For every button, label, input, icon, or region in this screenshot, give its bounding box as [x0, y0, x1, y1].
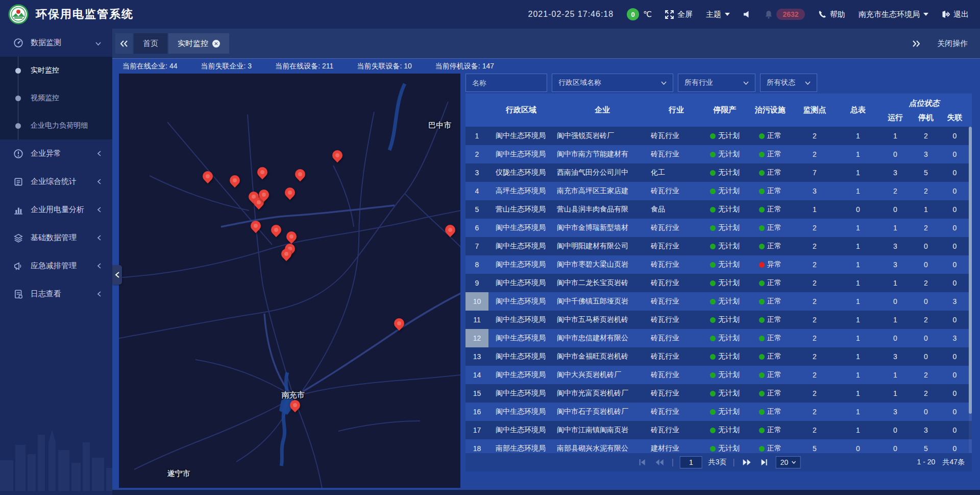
cell-run: 0	[879, 439, 911, 453]
map-panel[interactable]: 巴中市南充市遂宁市	[119, 74, 460, 488]
temperature-value: 0	[627, 8, 639, 20]
sidebar-group-6[interactable]: 日志查看	[0, 280, 112, 308]
cell-stopped: 2	[911, 366, 941, 384]
table-row[interactable]: 4高坪生态环境局南充市高坪区王家店建砖瓦行业无计划正常31220	[465, 182, 972, 200]
cell-points: 2	[793, 311, 837, 329]
table-row[interactable]: 12阆中生态环境局阆中市忠信建材有限公砖瓦行业无计划正常21003	[465, 329, 972, 347]
tabs-scroll-left-button[interactable]	[115, 33, 133, 54]
cell-stop-plan: 无计划	[702, 145, 748, 163]
row-index: 8	[465, 255, 488, 274]
cell-region: 阆中生态环境局	[488, 384, 554, 403]
cell-stopped: 1	[911, 200, 941, 219]
cell-meter: 1	[837, 274, 879, 292]
table-row[interactable]: 1阆中生态环境局阆中强锐页岩砖厂砖瓦行业无计划正常21120	[465, 127, 972, 145]
chevron-left-icon	[97, 205, 101, 214]
table-row[interactable]: 9阆中生态环境局阆中市二龙长宝页岩砖砖瓦行业无计划正常21120	[465, 274, 972, 292]
map-pin-icon[interactable]	[251, 221, 261, 231]
cell-industry: 砖瓦行业	[651, 237, 702, 255]
table-row[interactable]: 17阆中生态环境局阆中市江南镇阆南页岩砖瓦行业无计划正常21030	[465, 421, 972, 439]
record-range-label: 1 - 20	[917, 458, 936, 467]
map-pin-icon[interactable]	[281, 249, 291, 259]
first-page-button[interactable]	[637, 457, 648, 468]
prev-page-button[interactable]	[654, 457, 666, 468]
chevron-down-icon	[791, 461, 796, 464]
theme-dropdown[interactable]: 主题	[706, 10, 730, 19]
sidebar-item-实时监控[interactable]: 实时监控	[0, 57, 112, 84]
table-row[interactable]: 14阆中生态环境局阆中大兴页岩机砖厂砖瓦行业无计划正常21120	[465, 366, 972, 384]
map-pin-icon[interactable]	[394, 318, 404, 328]
table-row[interactable]: 3仪陇生态环境局西南油气田分公司川中化工无计划正常71350	[465, 163, 972, 182]
status-dot-green	[710, 188, 716, 194]
table-row[interactable]: 7阆中生态环境局阆中明阳建材有限公司砖瓦行业无计划正常21300	[465, 237, 972, 255]
sidebar-item-企业电力负荷明细[interactable]: 企业电力负荷明细	[0, 112, 112, 139]
sidebar-group-4[interactable]: 基础数据管理	[0, 224, 112, 252]
sidebar-group-0[interactable]: 数据监测	[0, 29, 112, 57]
cell-points: 2	[793, 329, 837, 347]
help-button[interactable]: 帮助	[818, 10, 845, 19]
next-page-button[interactable]	[741, 457, 752, 468]
tab-home[interactable]: 首页	[134, 33, 167, 54]
cell-stopped: 2	[911, 127, 941, 145]
table-row[interactable]: 10阆中生态环境局阆中千佛镇五郎垭页岩砖瓦行业无计划正常21003	[465, 292, 972, 311]
map-pin-icon[interactable]	[290, 400, 300, 410]
sidebar-item-视频监控[interactable]: 视频监控	[0, 84, 112, 112]
status-dot-green	[710, 391, 716, 396]
table-row[interactable]: 2阆中生态环境局阆中市南方节能建材有砖瓦行业无计划正常21030	[465, 145, 972, 163]
tabs-scroll-right-button[interactable]	[911, 38, 922, 49]
map-pin-icon[interactable]	[259, 190, 269, 200]
map-pin-icon[interactable]	[271, 225, 281, 235]
map-pin-icon[interactable]	[445, 225, 455, 235]
page-size-select[interactable]: 20	[776, 456, 801, 468]
table-row[interactable]: 6阆中生态环境局阆中市金博瑞新型墙材砖瓦行业无计划正常21120	[465, 219, 972, 237]
map-pin-icon[interactable]	[230, 175, 240, 185]
map-pin-icon[interactable]	[257, 167, 267, 177]
sidebar-group-2[interactable]: 企业综合统计	[0, 168, 112, 196]
sidebar-group-3[interactable]: 企业用电量分析	[0, 196, 112, 224]
industry-select[interactable]: 所有行业	[678, 74, 755, 92]
tab-close-icon[interactable]: ✕	[212, 40, 220, 48]
logout-button[interactable]: 退出	[942, 10, 969, 19]
cell-region: 阆中生态环境局	[488, 421, 554, 439]
fullscreen-button[interactable]: 全屏	[665, 10, 693, 19]
col-stop: 停限产	[702, 93, 748, 127]
cell-stop-plan: 无计划	[702, 384, 748, 403]
cell-region: 阆中生态环境局	[488, 145, 554, 163]
cell-stop-plan: 无计划	[702, 200, 748, 219]
row-index: 3	[465, 163, 488, 182]
sidebar-group-5[interactable]: 应急减排管理	[0, 252, 112, 280]
table-row[interactable]: 18南部生态环境局南部县砌兴水泥有限公建材行业无计划正常50050	[465, 439, 972, 453]
table-row[interactable]: 11阆中生态环境局阆中市五马桥页岩机砖砖瓦行业无计划正常21120	[465, 311, 972, 329]
alert-icon	[13, 149, 23, 159]
status-select[interactable]: 所有状态	[760, 74, 817, 92]
table-row[interactable]: 13阆中生态环境局阆中市金福旺页岩机砖砖瓦行业无计划正常21300	[465, 347, 972, 366]
sidebar-collapse-handle[interactable]	[112, 265, 122, 285]
table-scrollbar[interactable]	[969, 127, 972, 453]
tab-realtime-monitoring[interactable]: 实时监控 ✕	[168, 33, 229, 54]
chevron-down-icon	[743, 81, 749, 85]
speaker-toggle[interactable]	[743, 11, 751, 18]
notification-bell[interactable]: 2632	[765, 9, 805, 20]
cell-meter: 1	[837, 237, 879, 255]
cell-company: 阆中市石子页岩机砖厂	[554, 403, 651, 421]
table-row[interactable]: 5营山生态环境局营山县润丰肉食品有限食品无计划正常10010	[465, 200, 972, 219]
map-pin-icon[interactable]	[286, 231, 297, 242]
org-dropdown[interactable]: 南充市生态环境局	[859, 10, 928, 19]
map-pin-icon[interactable]	[285, 187, 295, 198]
last-page-button[interactable]	[758, 457, 770, 468]
sidebar-group-1[interactable]: 企业异常	[0, 139, 112, 168]
cell-stopped: 0	[911, 237, 941, 255]
map-pin-icon[interactable]	[203, 171, 213, 181]
page-number-input[interactable]	[680, 456, 702, 468]
table-row[interactable]: 16阆中生态环境局阆中市石子页岩机砖厂砖瓦行业无计划正常21300	[465, 403, 972, 421]
name-search-input[interactable]	[465, 74, 547, 92]
map-pin-icon[interactable]	[295, 169, 305, 179]
status-dot-green	[759, 446, 765, 452]
cell-industry: 化工	[651, 163, 702, 182]
table-row[interactable]: 15阆中生态环境局阆中市光富页岩机砖厂砖瓦行业无计划正常21120	[465, 384, 972, 403]
close-operations-button[interactable]: 关闭操作	[937, 39, 968, 49]
map-pin-icon[interactable]	[332, 150, 342, 160]
table-row[interactable]: 8阆中生态环境局阆中市枣碧大梁山页岩砖瓦行业无计划异常21300	[465, 255, 972, 274]
cell-run: 1	[879, 127, 911, 145]
region-select[interactable]: 行政区域名称	[552, 74, 673, 92]
cell-points: 2	[793, 145, 837, 163]
